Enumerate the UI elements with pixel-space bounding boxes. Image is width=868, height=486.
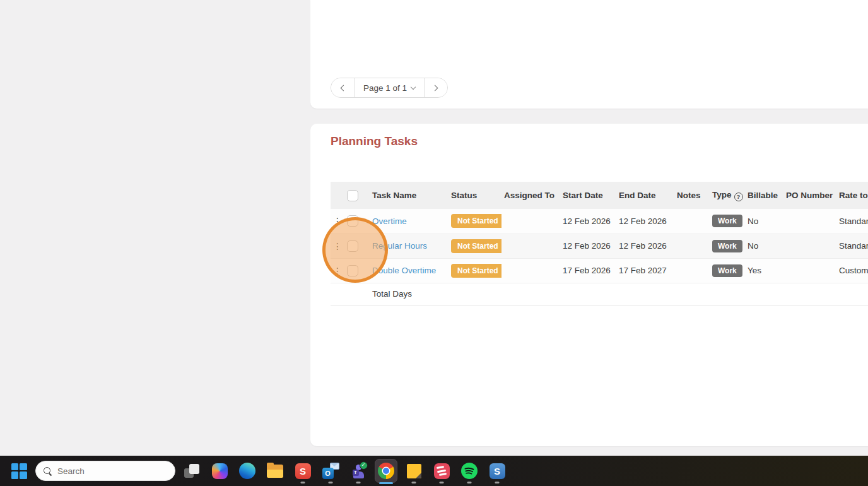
running-indicator	[440, 482, 444, 483]
active-indicator	[379, 482, 393, 484]
taskbar-snagit-capture[interactable]: S	[291, 457, 314, 485]
header-assigned-to: Assigned To	[501, 182, 560, 209]
chevron-down-icon	[411, 84, 416, 89]
header-rate-to: Rate to	[836, 182, 868, 209]
taskbar-spotify[interactable]	[458, 457, 481, 485]
chrome-icon	[378, 463, 394, 479]
chevron-right-icon	[432, 85, 438, 91]
row-checkbox[interactable]	[347, 240, 358, 252]
type-badge: Work	[712, 264, 742, 277]
rate-cell: Standard	[836, 234, 868, 258]
header-type-label: Type	[712, 190, 732, 199]
assigned-to-cell	[501, 209, 560, 234]
taskbar-red-stripes-app[interactable]	[430, 457, 453, 485]
table-row: ⋮ Overtime Not Started 12 Feb 2026 12 Fe…	[331, 209, 868, 234]
prev-page-button[interactable]	[331, 78, 355, 97]
help-icon[interactable]: ?	[734, 193, 743, 201]
windows-logo-icon	[11, 463, 27, 479]
table-header-row: Task Name Status Assigned To Start Date …	[331, 182, 868, 209]
table-footer-row: Total Days	[331, 283, 868, 305]
drag-handle-icon[interactable]: ⋮	[331, 234, 344, 258]
file-explorer-icon	[267, 465, 283, 478]
end-date-cell[interactable]: 12 Feb 2026	[616, 209, 674, 234]
assigned-to-cell	[501, 258, 560, 283]
status-check-icon: ✓	[360, 461, 368, 470]
header-type: Type?	[710, 182, 745, 209]
start-date-cell[interactable]: 17 Feb 2026	[560, 258, 616, 283]
next-page-button[interactable]	[424, 78, 447, 97]
chevron-left-icon	[341, 85, 347, 91]
billable-cell: No	[745, 234, 783, 258]
teams-icon: T ✓	[350, 463, 367, 479]
header-status: Status	[449, 182, 501, 209]
start-button[interactable]	[8, 457, 30, 485]
taskbar-chrome[interactable]	[375, 459, 397, 483]
page-title: Planning Tasks	[331, 134, 418, 148]
desktop: Page 1 of 1 Planning Tasks	[0, 0, 868, 486]
po-number-cell	[783, 234, 836, 258]
running-indicator	[495, 482, 500, 483]
status-badge: Not Started	[451, 264, 501, 278]
taskbar-teams[interactable]: T ✓	[347, 457, 370, 485]
drag-handle-icon[interactable]: ⋮	[331, 258, 344, 283]
billable-cell: Yes	[745, 258, 783, 283]
copilot-icon	[212, 463, 228, 479]
planning-tasks-card: Planning Tasks Task Name Status Assigned…	[310, 124, 868, 446]
taskbar-outlook[interactable]: O	[319, 457, 342, 485]
search-input[interactable]	[57, 466, 165, 476]
task-name-link[interactable]: Double Overtime	[372, 266, 436, 275]
start-date-cell[interactable]: 12 Feb 2026	[560, 209, 616, 234]
snagit-capture-icon: S	[295, 463, 311, 479]
row-checkbox[interactable]	[347, 215, 358, 227]
row-checkbox-cell	[344, 258, 370, 283]
table-row: ⋮ Double Overtime Not Started 17 Feb 202…	[331, 258, 868, 283]
billable-cell: No	[745, 209, 783, 234]
taskbar-sticky-notes[interactable]	[402, 457, 425, 485]
notes-cell	[674, 258, 710, 283]
status-badge: Not Started	[451, 214, 501, 228]
type-badge: Work	[712, 240, 742, 252]
taskbar-file-explorer[interactable]	[264, 457, 286, 485]
planning-tasks-table: Task Name Status Assigned To Start Date …	[331, 182, 868, 305]
taskbar: S O T ✓	[0, 456, 868, 486]
upper-card: Page 1 of 1	[310, 0, 868, 109]
row-checkbox[interactable]	[347, 265, 358, 276]
drag-handle-icon[interactable]: ⋮	[331, 209, 344, 234]
task-name-link[interactable]: Overtime	[372, 216, 407, 226]
po-number-cell	[783, 258, 836, 283]
page-indicator-label: Page 1 of 1	[363, 83, 407, 93]
start-date-cell[interactable]: 12 Feb 2026	[560, 234, 616, 258]
running-indicator	[301, 482, 305, 483]
rate-cell: Standard	[836, 209, 868, 234]
running-indicator	[329, 482, 333, 483]
header-checkbox-cell	[344, 182, 370, 209]
snagit-editor-icon: S	[490, 463, 505, 479]
header-task-name: Task Name	[370, 182, 449, 209]
outlook-icon: O	[322, 463, 339, 479]
row-checkbox-cell	[344, 209, 370, 234]
total-days-label: Total Days	[370, 283, 449, 305]
header-end-date: End Date	[616, 182, 674, 209]
taskbar-edge[interactable]	[236, 457, 259, 485]
header-handle-spacer	[331, 182, 344, 209]
taskbar-copilot[interactable]	[208, 457, 231, 485]
header-notes: Notes	[674, 182, 710, 209]
notes-cell	[674, 209, 710, 234]
page-indicator-dropdown[interactable]: Page 1 of 1	[355, 78, 424, 97]
edge-icon	[239, 463, 255, 479]
header-billable: Billable	[745, 182, 783, 209]
taskbar-snagit-editor[interactable]: S	[486, 457, 508, 485]
header-start-date: Start Date	[560, 182, 616, 209]
header-po-number: PO Number	[783, 182, 836, 209]
select-all-checkbox[interactable]	[347, 190, 358, 201]
table-row: ⋮ Regular Hours Not Started 12 Feb 2026 …	[331, 234, 868, 258]
taskbar-task-view[interactable]	[180, 457, 203, 485]
end-date-cell[interactable]: 12 Feb 2026	[616, 234, 674, 258]
task-name-link[interactable]: Regular Hours	[372, 241, 427, 251]
notes-cell	[674, 234, 710, 258]
spotify-icon	[461, 463, 478, 479]
sticky-notes-icon	[407, 464, 421, 478]
end-date-cell[interactable]: 17 Feb 2027	[616, 258, 674, 283]
assigned-to-cell	[501, 234, 560, 258]
taskbar-search[interactable]	[35, 461, 175, 481]
